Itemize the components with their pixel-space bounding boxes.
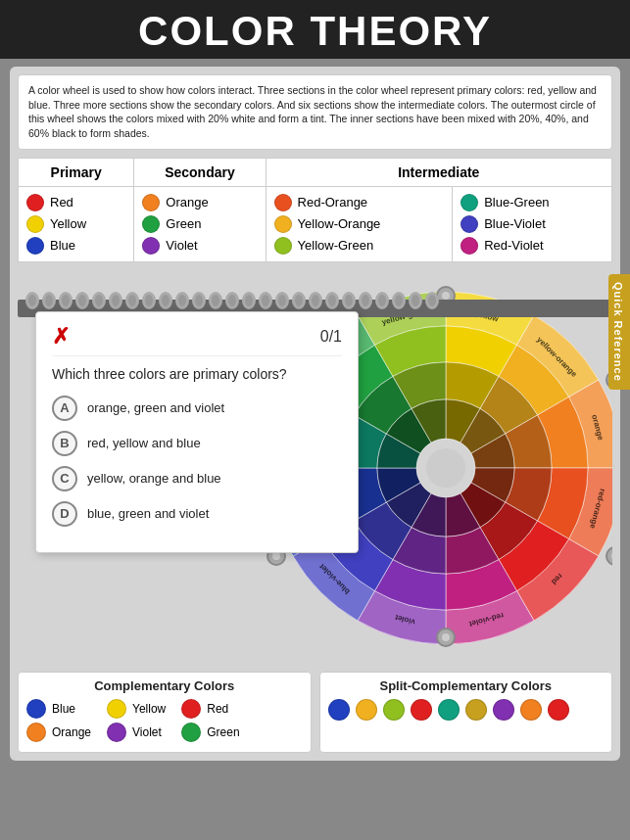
complementary-extra: Red Green (181, 699, 239, 746)
list-item: Green (181, 723, 239, 742)
orange-dot (142, 194, 160, 211)
option-letter-b: B (52, 431, 77, 456)
color-label: Red (50, 195, 73, 210)
wheel-screw-inner (272, 552, 280, 560)
wheel-area: ✗ 0/1 Which three colors are primary col… (18, 272, 612, 664)
list-item: Red (26, 192, 125, 213)
spiral-dot (142, 292, 156, 309)
comp-violet-dot (107, 723, 126, 742)
spiral-dot (225, 292, 239, 309)
spiral-dot (25, 292, 39, 309)
color-label: Red-Violet (484, 238, 543, 253)
color-label: Violet (166, 238, 197, 253)
list-item: Yellow-Green (274, 235, 445, 257)
quiz-option-a[interactable]: A orange, green and violet (52, 396, 342, 421)
spiral-dot (259, 292, 272, 309)
comp-label: Red (207, 702, 228, 716)
color-label: Orange (166, 195, 208, 210)
option-text-d: blue, green and violet (87, 506, 209, 521)
comp-label: Yellow (132, 702, 166, 716)
color-label: Green (166, 216, 201, 231)
split-dot-2 (356, 699, 377, 721)
comp-label: Violet (132, 725, 162, 739)
split-dot-8 (520, 699, 542, 721)
comp-red-dot (181, 699, 201, 719)
spiral-dot (159, 292, 172, 309)
list-item: Blue-Violet (460, 213, 604, 235)
spiral-dot (342, 292, 356, 309)
page-title: COLOR THEORY (0, 8, 630, 55)
split-dot-9 (548, 699, 569, 721)
blue-dot (26, 237, 44, 255)
violet-dot (142, 237, 160, 255)
list-item: Blue-Green (460, 192, 604, 213)
spiral-dot (325, 292, 339, 309)
spiral-dot (92, 292, 106, 309)
bottom-tables: Complementary Colors Blue Orange Yel (18, 672, 612, 753)
option-text-c: yellow, orange and blue (87, 471, 221, 486)
main-card: A color wheel is used to show how colors… (10, 67, 620, 761)
quick-reference-tab[interactable]: Quick Reference (608, 274, 630, 390)
comp-blue-dot (26, 699, 46, 719)
spiral-dot (125, 292, 139, 309)
complementary-content: Blue Orange Yellow Violet (26, 699, 303, 746)
quiz-option-c[interactable]: C yellow, orange and blue (52, 466, 342, 491)
intermediate-col-right: Blue-Green Blue-Violet Red-Violet (453, 186, 612, 261)
option-letter-c: C (52, 466, 77, 491)
red-dot (26, 194, 44, 211)
yellow-green-dot (274, 237, 292, 255)
list-item: Green (142, 213, 257, 235)
split-complementary-table: Split-Complementary Colors (319, 672, 613, 753)
color-label: Yellow-Orange (298, 216, 381, 231)
spiral-dot (392, 292, 406, 309)
quiz-close-icon[interactable]: ✗ (52, 324, 70, 350)
comp-yellow-dot (107, 699, 126, 719)
list-item: Yellow-Orange (274, 213, 445, 235)
blue-violet-dot (460, 215, 478, 233)
option-text-b: red, yellow and blue (87, 436, 201, 450)
spiral-dot (425, 292, 439, 309)
comp-label: Orange (52, 725, 91, 739)
option-letter-d: D (52, 501, 77, 527)
split-comp-dots (328, 699, 605, 721)
color-label: Blue-Violet (484, 216, 546, 231)
col-header-intermediate: Intermediate (266, 158, 611, 186)
intermediate-col-left: Red-Orange Yellow-Orange Yellow-Green (266, 186, 453, 261)
spiral-dot (175, 292, 189, 309)
color-table: Primary Secondary Intermediate Red Yello… (18, 158, 612, 262)
red-violet-dot (460, 237, 478, 255)
secondary-col: Orange Green Violet (134, 186, 266, 261)
color-label: Red-Orange (298, 195, 368, 210)
spiral-dot (409, 292, 422, 309)
spiral-dot (109, 292, 122, 309)
primary-col: Red Yellow Blue (19, 186, 134, 261)
list-item: Orange (26, 723, 91, 742)
split-dot-1 (328, 699, 350, 721)
option-text-a: orange, green and violet (87, 400, 224, 415)
list-item: Blue (26, 235, 125, 257)
blue-green-dot (460, 194, 478, 211)
spiral-dot (292, 292, 306, 309)
list-item: Red-Violet (460, 235, 604, 257)
red-orange-dot (274, 194, 292, 211)
color-label: Blue-Green (484, 195, 549, 210)
color-label: Yellow (50, 216, 86, 231)
spiral-dots (25, 292, 605, 309)
complementary-table: Complementary Colors Blue Orange Yel (18, 672, 312, 753)
split-dot-4 (411, 699, 432, 721)
yellow-orange-dot (274, 215, 292, 233)
list-item: Blue (26, 699, 91, 719)
comp-orange-dot (26, 723, 46, 742)
spiral-dot (242, 292, 256, 309)
list-item: Violet (107, 723, 166, 742)
wheel-center (426, 448, 465, 488)
comp-label: Green (207, 725, 239, 739)
spiral-dot (275, 292, 289, 309)
spiral-dot (209, 292, 222, 309)
quiz-option-d[interactable]: D blue, green and violet (52, 501, 342, 527)
quiz-option-b[interactable]: B red, yellow and blue (52, 431, 342, 456)
description-box: A color wheel is used to show how colors… (18, 74, 612, 150)
spiral-dot (42, 292, 56, 309)
split-dot-6 (465, 699, 487, 721)
color-label: Yellow-Green (298, 238, 374, 253)
